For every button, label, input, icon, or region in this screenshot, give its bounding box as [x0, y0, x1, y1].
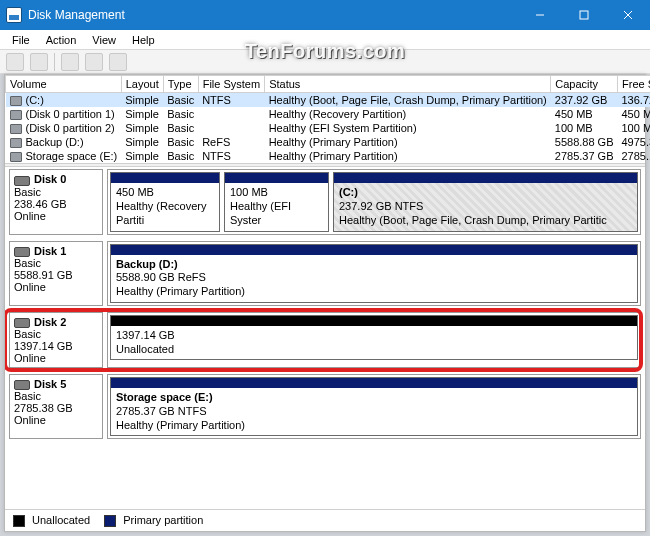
disk-row[interactable]: Disk 1Basic5588.91 GBOnlineBackup (D:)55… — [9, 241, 641, 306]
partition-unallocated[interactable]: 1397.14 GBUnallocated — [110, 315, 638, 361]
partition-primary[interactable]: 100 MBHealthy (EFI Syster — [224, 172, 329, 231]
toolbar-button[interactable] — [85, 53, 103, 71]
menu-action[interactable]: Action — [38, 32, 85, 48]
partition-status: Unallocated — [116, 343, 632, 357]
partition-size: 2785.37 GB NTFS — [116, 405, 632, 419]
disk-icon — [14, 247, 30, 257]
cell: ReFS — [198, 135, 264, 149]
cell: Simple — [121, 149, 163, 163]
disk-row[interactable]: Disk 0Basic238.46 GBOnline450 MBHealthy … — [9, 169, 641, 234]
toolbar-button[interactable] — [30, 53, 48, 71]
disk-label[interactable]: Disk 1Basic5588.91 GBOnline — [9, 241, 103, 306]
menu-file[interactable]: File — [4, 32, 38, 48]
disk-label[interactable]: Disk 0Basic238.46 GBOnline — [9, 169, 103, 234]
volume-icon — [10, 110, 22, 120]
minimize-button[interactable] — [518, 0, 562, 30]
disk-graphical-view[interactable]: Disk 0Basic238.46 GBOnline450 MBHealthy … — [5, 167, 645, 509]
disk-type: Basic — [14, 390, 98, 402]
partition-size: 5588.90 GB ReFS — [116, 271, 632, 285]
partition-bar — [111, 378, 637, 388]
disk-name: Disk 2 — [34, 316, 66, 328]
volume-icon — [10, 96, 22, 106]
volume-icon — [10, 124, 22, 134]
maximize-button[interactable] — [562, 0, 606, 30]
disk-label[interactable]: Disk 2Basic1397.14 GBOnline — [9, 312, 103, 368]
titlebar: Disk Management — [0, 0, 650, 30]
toolbar-button[interactable] — [6, 53, 24, 71]
partition-primary[interactable]: Backup (D:)5588.90 GB ReFSHealthy (Prima… — [110, 244, 638, 303]
cell: Simple — [121, 93, 163, 108]
svg-rect-0 — [580, 11, 588, 19]
toolbar-separator — [54, 53, 55, 71]
disk-partitions: Backup (D:)5588.90 GB ReFSHealthy (Prima… — [107, 241, 641, 306]
table-row[interactable]: Backup (D:)SimpleBasicReFSHealthy (Prima… — [6, 135, 651, 149]
disk-partitions: Storage space (E:)2785.37 GB NTFSHealthy… — [107, 374, 641, 439]
col-capacity[interactable]: Capacity — [551, 76, 618, 93]
cell: Healthy (Boot, Page File, Crash Dump, Pr… — [265, 93, 551, 108]
disk-size: 1397.14 GB — [14, 340, 98, 352]
disk-type: Basic — [14, 186, 98, 198]
cell: 2785.37 GB — [551, 149, 618, 163]
disk-icon — [14, 380, 30, 390]
col-volume[interactable]: Volume — [6, 76, 122, 93]
app-icon — [6, 7, 22, 23]
partition-status: Healthy (Boot, Page File, Crash Dump, Pr… — [339, 214, 632, 228]
partition-primary[interactable]: 450 MBHealthy (Recovery Partiti — [110, 172, 220, 231]
cell: 100 MB — [551, 121, 618, 135]
disk-size: 5588.91 GB — [14, 269, 98, 281]
cell: (Disk 0 partition 2) — [6, 121, 122, 135]
swatch-primary-icon — [104, 515, 116, 527]
disk-row[interactable]: Disk 2Basic1397.14 GBOnline1397.14 GBUna… — [9, 312, 641, 368]
partition-size: 450 MB — [116, 186, 214, 200]
cell: NTFS — [198, 149, 264, 163]
close-button[interactable] — [606, 0, 650, 30]
partition-primary[interactable]: Storage space (E:)2785.37 GB NTFSHealthy… — [110, 377, 638, 436]
disk-state: Online — [14, 414, 98, 426]
cell: Basic — [163, 107, 198, 121]
toolbar-button[interactable] — [109, 53, 127, 71]
cell: 450 MB — [618, 107, 651, 121]
swatch-unallocated-icon — [13, 515, 25, 527]
disk-label[interactable]: Disk 5Basic2785.38 GBOnline — [9, 374, 103, 439]
partition-size: 237.92 GB NTFS — [339, 200, 632, 214]
table-row[interactable]: (C:)SimpleBasicNTFSHealthy (Boot, Page F… — [6, 93, 651, 108]
cell: Basic — [163, 135, 198, 149]
column-headers[interactable]: Volume Layout Type File System Status Ca… — [6, 76, 651, 93]
col-type[interactable]: Type — [163, 76, 198, 93]
disk-size: 238.46 GB — [14, 198, 98, 210]
table-row[interactable]: (Disk 0 partition 1)SimpleBasicHealthy (… — [6, 107, 651, 121]
col-status[interactable]: Status — [265, 76, 551, 93]
disk-row[interactable]: Disk 5Basic2785.38 GBOnlineStorage space… — [9, 374, 641, 439]
partition-bar — [111, 316, 637, 326]
col-filesystem[interactable]: File System — [198, 76, 264, 93]
legend: Unallocated Primary partition — [5, 509, 645, 531]
table-row[interactable]: (Disk 0 partition 2)SimpleBasicHealthy (… — [6, 121, 651, 135]
toolbar-button[interactable] — [61, 53, 79, 71]
partition-title: Storage space (E:) — [116, 391, 632, 405]
menu-view[interactable]: View — [84, 32, 124, 48]
cell: NTFS — [198, 93, 264, 108]
partition-title: (C:) — [339, 186, 632, 200]
cell: 450 MB — [551, 107, 618, 121]
menubar: File Action View Help — [0, 30, 650, 50]
cell — [198, 121, 264, 135]
cell: Basic — [163, 149, 198, 163]
partition-status: Healthy (EFI Syster — [230, 200, 323, 228]
partition-bar — [334, 173, 637, 183]
table-row[interactable]: Storage space (E:)SimpleBasicNTFSHealthy… — [6, 149, 651, 163]
col-freespace[interactable]: Free Space — [618, 76, 651, 93]
partition-size: 100 MB — [230, 186, 323, 200]
volume-list[interactable]: Volume Layout Type File System Status Ca… — [5, 75, 645, 163]
cell: Healthy (Primary Partition) — [265, 149, 551, 163]
partition-title: Backup (D:) — [116, 258, 632, 272]
disk-state: Online — [14, 281, 98, 293]
cell: (Disk 0 partition 1) — [6, 107, 122, 121]
legend-primary: Primary partition — [104, 514, 203, 527]
col-layout[interactable]: Layout — [121, 76, 163, 93]
menu-help[interactable]: Help — [124, 32, 163, 48]
partition-primary[interactable]: (C:)237.92 GB NTFSHealthy (Boot, Page Fi… — [333, 172, 638, 231]
cell: Healthy (Primary Partition) — [265, 135, 551, 149]
cell: Simple — [121, 135, 163, 149]
cell: 237.92 GB — [551, 93, 618, 108]
cell: (C:) — [6, 93, 122, 108]
